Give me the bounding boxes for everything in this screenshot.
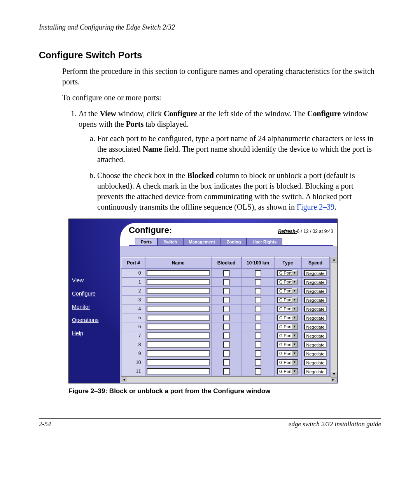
scroll-down-icon[interactable]: ▼ bbox=[331, 371, 337, 378]
distance-cell bbox=[242, 304, 274, 313]
port-speed-select[interactable]: Negotiate bbox=[304, 288, 326, 294]
nav-operations[interactable]: Operations bbox=[72, 317, 117, 323]
port-type-select[interactable]: G Port▼ bbox=[277, 341, 298, 348]
blocked-checkbox[interactable] bbox=[223, 350, 230, 357]
blocked-cell bbox=[211, 296, 242, 304]
port-type-select[interactable]: G Port▼ bbox=[277, 350, 298, 357]
nav-monitor[interactable]: Monitor bbox=[72, 304, 117, 310]
port-name-input[interactable] bbox=[147, 297, 210, 303]
blocked-checkbox[interactable] bbox=[223, 288, 230, 294]
distance-checkbox[interactable] bbox=[255, 315, 261, 321]
port-name-input[interactable] bbox=[147, 359, 210, 366]
distance-checkbox[interactable] bbox=[255, 332, 261, 339]
distance-checkbox[interactable] bbox=[255, 350, 261, 357]
port-type-select[interactable]: G Port▼ bbox=[277, 297, 298, 303]
tab-user-rights[interactable]: User Rights bbox=[247, 238, 282, 245]
blocked-checkbox[interactable] bbox=[223, 368, 230, 375]
distance-checkbox[interactable] bbox=[255, 324, 261, 330]
port-name-input[interactable] bbox=[147, 270, 210, 276]
port-name-input[interactable] bbox=[147, 332, 210, 339]
port-speed-select[interactable]: Negotiate bbox=[304, 368, 326, 374]
port-name-input[interactable] bbox=[147, 315, 210, 321]
nav-help[interactable]: Help bbox=[72, 330, 117, 336]
running-header: Installing and Configuring the Edge Swit… bbox=[39, 23, 381, 34]
port-type-select[interactable]: G Port▼ bbox=[277, 359, 298, 366]
speed-cell: Negotiate bbox=[301, 358, 329, 367]
port-speed-select[interactable]: Negotiate bbox=[304, 270, 326, 276]
horizontal-scrollbar[interactable]: ◄ ► bbox=[121, 376, 336, 382]
port-type-select[interactable]: G Port▼ bbox=[277, 368, 298, 374]
name-cell bbox=[145, 358, 211, 367]
port-speed-select[interactable]: Negotiate bbox=[304, 279, 326, 285]
name-cell bbox=[145, 340, 211, 349]
blocked-checkbox[interactable] bbox=[223, 341, 230, 348]
blocked-checkbox[interactable] bbox=[223, 332, 230, 339]
port-name-input[interactable] bbox=[147, 324, 210, 330]
panel-title: Configure: bbox=[129, 225, 172, 235]
port-type-select[interactable]: G Port▼ bbox=[277, 332, 298, 339]
tab-ports[interactable]: Ports bbox=[135, 238, 158, 245]
port-type-select[interactable]: G Port▼ bbox=[277, 315, 298, 321]
tab-management[interactable]: Management bbox=[183, 238, 221, 245]
scroll-up-icon[interactable]: ▲ bbox=[331, 257, 337, 263]
port-name-input[interactable] bbox=[147, 350, 210, 357]
col-type[interactable]: Type bbox=[274, 257, 301, 268]
blocked-checkbox[interactable] bbox=[223, 324, 230, 330]
blocked-checkbox[interactable] bbox=[223, 315, 230, 321]
col-speed[interactable]: Speed bbox=[301, 257, 329, 268]
col-10-100km[interactable]: 10-100 km bbox=[242, 257, 274, 268]
port-type-select[interactable]: G Port▼ bbox=[277, 279, 298, 285]
distance-checkbox[interactable] bbox=[255, 297, 261, 303]
blocked-checkbox[interactable] bbox=[223, 297, 230, 303]
port-speed-select[interactable]: Negotiate bbox=[304, 297, 326, 303]
port-type-select[interactable]: G Port▼ bbox=[277, 270, 298, 276]
scroll-left-icon[interactable]: ◄ bbox=[121, 377, 127, 382]
table-row: 8G Port▼Negotiate bbox=[122, 340, 329, 349]
port-speed-select[interactable]: Negotiate bbox=[304, 324, 326, 330]
blocked-checkbox[interactable] bbox=[223, 270, 230, 276]
port-name-input[interactable] bbox=[147, 368, 210, 374]
port-name-input[interactable] bbox=[147, 279, 210, 285]
col-blocked[interactable]: Blocked bbox=[211, 257, 242, 268]
tab-zoning[interactable]: Zoning bbox=[221, 238, 247, 245]
port-speed-select[interactable]: Negotiate bbox=[304, 350, 326, 357]
port-speed-select[interactable]: Negotiate bbox=[304, 341, 326, 348]
name-cell bbox=[145, 278, 211, 287]
table-row: 11G Port▼Negotiate bbox=[122, 367, 329, 376]
tab-switch[interactable]: Switch bbox=[158, 238, 183, 245]
port-speed-select[interactable]: Negotiate bbox=[304, 359, 326, 366]
port-name-input[interactable] bbox=[147, 341, 210, 348]
col-port-number[interactable]: Port # bbox=[122, 257, 145, 268]
blocked-checkbox[interactable] bbox=[223, 279, 230, 285]
name-cell bbox=[145, 322, 211, 331]
refresh-status[interactable]: Refresh-6 / 12 / 02 at 9:43 bbox=[278, 229, 333, 234]
distance-checkbox[interactable] bbox=[255, 368, 261, 375]
nav-configure[interactable]: Configure bbox=[72, 290, 117, 297]
table-row: 4G Port▼Negotiate bbox=[122, 304, 329, 313]
distance-checkbox[interactable] bbox=[255, 341, 261, 348]
type-cell: G Port▼ bbox=[274, 367, 301, 376]
distance-cell bbox=[242, 278, 274, 287]
blocked-checkbox[interactable] bbox=[223, 306, 230, 312]
port-speed-select[interactable]: Negotiate bbox=[304, 332, 326, 339]
blocked-cell bbox=[211, 358, 242, 367]
col-name[interactable]: Name bbox=[145, 257, 211, 268]
port-type-select[interactable]: G Port▼ bbox=[277, 324, 298, 330]
distance-checkbox[interactable] bbox=[255, 288, 261, 294]
port-speed-select[interactable]: Negotiate bbox=[304, 315, 326, 321]
port-name-input[interactable] bbox=[147, 306, 210, 312]
distance-checkbox[interactable] bbox=[255, 306, 261, 312]
distance-checkbox[interactable] bbox=[255, 359, 261, 366]
port-speed-select[interactable]: Negotiate bbox=[304, 306, 326, 312]
distance-checkbox[interactable] bbox=[255, 279, 261, 285]
distance-checkbox[interactable] bbox=[255, 270, 261, 276]
port-type-select[interactable]: G Port▼ bbox=[277, 288, 298, 294]
vertical-scrollbar[interactable]: ▲ ▼ bbox=[331, 257, 337, 378]
blocked-checkbox[interactable] bbox=[223, 359, 230, 366]
table-row: 6G Port▼Negotiate bbox=[122, 322, 329, 331]
nav-view[interactable]: View bbox=[72, 277, 117, 284]
scroll-right-icon[interactable]: ► bbox=[330, 377, 336, 382]
port-name-input[interactable] bbox=[147, 288, 210, 294]
figure-reference-link[interactable]: Figure 2–39 bbox=[297, 203, 334, 211]
port-type-select[interactable]: G Port▼ bbox=[277, 306, 298, 312]
